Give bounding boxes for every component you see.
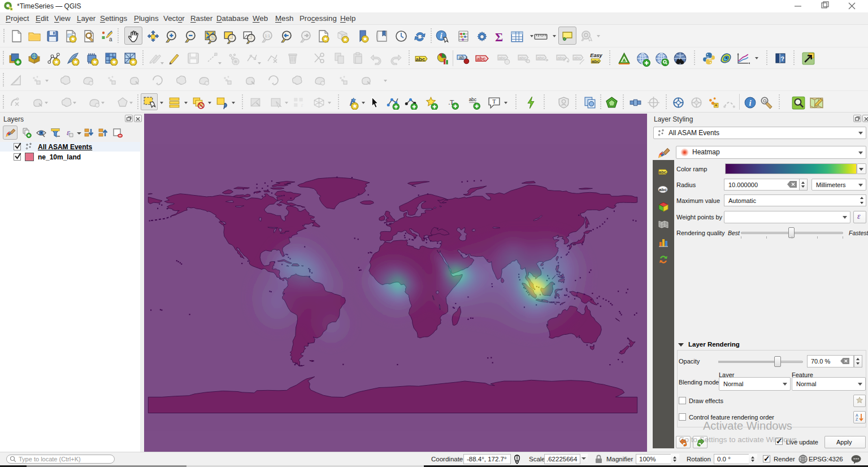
svg-text:abc: abc bbox=[659, 187, 667, 192]
svg-text:abc: abc bbox=[592, 59, 600, 64]
svg-text:Σ: Σ bbox=[495, 31, 503, 44]
svg-text:i: i bbox=[749, 98, 751, 107]
svg-text:1:1: 1:1 bbox=[265, 34, 270, 38]
svg-text:abc: abc bbox=[469, 97, 476, 102]
svg-text:abc: abc bbox=[476, 56, 485, 62]
svg-text:abc: abc bbox=[574, 55, 581, 60]
svg-text:A: A bbox=[856, 413, 858, 417]
svg-text:Z: Z bbox=[856, 417, 858, 421]
svg-text:abc: abc bbox=[557, 55, 565, 60]
svg-text:Easy: Easy bbox=[590, 53, 602, 58]
svg-text:i: i bbox=[440, 31, 442, 40]
svg-text:T: T bbox=[492, 98, 496, 105]
svg-text:abc: abc bbox=[416, 56, 426, 62]
svg-text:abc: abc bbox=[659, 170, 666, 175]
svg-text:a: a bbox=[109, 36, 112, 42]
svg-text:ab: ab bbox=[459, 55, 465, 60]
svg-text:?: ? bbox=[780, 55, 784, 62]
svg-text:ε: ε bbox=[301, 102, 303, 108]
svg-text:abc: abc bbox=[537, 55, 544, 60]
svg-text:abc: abc bbox=[498, 55, 506, 60]
svg-text:abc: abc bbox=[519, 55, 526, 60]
